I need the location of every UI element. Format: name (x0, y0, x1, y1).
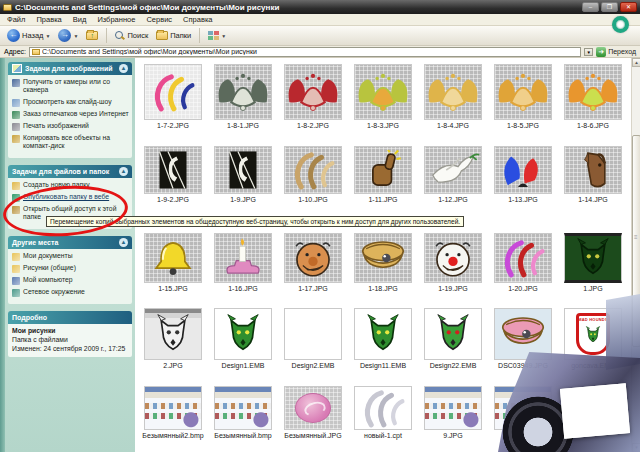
task-link[interactable]: Печать изображений (12, 122, 129, 131)
forward-dropdown-icon[interactable]: ▼ (73, 33, 78, 39)
forward-button[interactable]: → ▼ (56, 28, 80, 43)
folders-button[interactable]: Папки (154, 30, 193, 41)
file-item[interactable]: Безымянный2.bmp (138, 386, 208, 439)
shared-pictures-icon (12, 265, 20, 273)
toolbar-separator (106, 28, 107, 43)
file-item[interactable]: 10.JPG (488, 386, 558, 439)
task-link[interactable]: Копировать все объекты на компакт-диск (12, 134, 129, 151)
menu-item-3[interactable]: Избранное (97, 15, 135, 24)
file-name: 1-10.JPG (298, 196, 328, 203)
file-item[interactable]: 1-8-3.JPG (348, 64, 418, 129)
task-link[interactable]: Получить от камеры или со сканера (12, 78, 129, 95)
file-thumbnail (424, 308, 482, 360)
file-item[interactable]: 1-18.JPG (348, 233, 418, 292)
file-item[interactable]: 1-8-2.JPG (278, 64, 348, 129)
collapse-chevron-icon[interactable]: ▲ (119, 64, 128, 73)
file-item[interactable]: 1-14.JPG (558, 146, 628, 203)
file-item[interactable]: 1-10.JPG (278, 146, 348, 203)
menu-item-2[interactable]: Вид (73, 15, 87, 24)
file-thumbnail (564, 64, 622, 120)
views-button[interactable]: ▼ (206, 30, 228, 42)
file-item[interactable]: Design11.EMB (348, 308, 418, 369)
go-button[interactable]: ➜ Переход (596, 47, 636, 57)
task-link[interactable]: Опубликовать папку в вебе (12, 193, 129, 202)
file-item[interactable]: 1-17.JPG (278, 233, 348, 292)
file-name: 9.JPG (443, 432, 462, 439)
file-thumbnail (564, 146, 622, 194)
maximize-button[interactable]: ❐ (601, 2, 618, 12)
file-thumbnail (144, 64, 202, 120)
task-link[interactable]: Сетевое окружение (12, 288, 129, 297)
views-dropdown-icon[interactable]: ▼ (221, 33, 226, 39)
collapse-chevron-icon[interactable]: ▲ (119, 238, 128, 247)
address-input[interactable]: C:\Documents and Settings\мой офис\Мои д… (29, 47, 581, 57)
scroll-up-button[interactable]: ▲ (632, 58, 640, 67)
minimize-button[interactable]: – (582, 2, 599, 12)
file-item[interactable]: 1-9.JPG (208, 146, 278, 203)
file-item[interactable]: 1-8-1.JPG (208, 64, 278, 129)
details-modified: Изменен: 24 сентября 2009 г., 17:25 (12, 345, 128, 352)
file-item[interactable]: 1-20.JPG (488, 233, 558, 292)
task-link[interactable]: Рисунки (общие) (12, 264, 129, 273)
file-item[interactable]: 1-8-4.JPG (418, 64, 488, 129)
other-places-header[interactable]: Другие места ▲ (8, 236, 132, 249)
file-item[interactable]: Design2.EMB (278, 308, 348, 369)
task-link[interactable]: Создать новую папку (12, 181, 129, 190)
vertical-scrollbar[interactable]: ▲ ▼ (631, 58, 640, 452)
task-sidebar: Задачи для изображений ▲ Получить от кам… (5, 58, 135, 452)
tooltip: Перемещение копий выбранных элементов на… (46, 216, 464, 227)
file-item[interactable]: 1-7-2.JPG (138, 64, 208, 129)
dove-design (426, 148, 480, 192)
file-item[interactable]: 1-13.JPG (488, 146, 558, 203)
profile-design (216, 148, 270, 192)
folders-icon (156, 31, 168, 40)
file-item[interactable]: 1-8-5.JPG (488, 64, 558, 129)
file-item[interactable]: 1-8-6.JPG (558, 64, 628, 129)
address-dropdown-button[interactable]: ▼ (584, 48, 593, 56)
collapse-chevron-icon[interactable]: ▲ (119, 167, 128, 176)
file-tasks-header[interactable]: Задачи для файлов и папок ▲ (8, 165, 132, 178)
task-link[interactable]: Мои документы (12, 252, 129, 261)
file-name: 1-8-1.JPG (227, 122, 259, 129)
file-item[interactable]: 2.JPG (138, 308, 208, 369)
file-item[interactable]: Безымянный.bmp (208, 386, 278, 439)
details-folder-type: Папка с файлами (12, 336, 128, 343)
up-button[interactable]: ↑ (84, 30, 100, 41)
task-link[interactable]: Заказ отпечатков через Интернет (12, 110, 129, 119)
file-item[interactable]: 1-19.JPG (418, 233, 488, 292)
task-link[interactable]: Мой компьютер (12, 276, 129, 285)
menu-item-0[interactable]: Файл (7, 15, 25, 24)
file-item[interactable]: 1-11.JPG (348, 146, 418, 203)
menu-item-4[interactable]: Сервис (146, 15, 172, 24)
share-folder-icon (12, 206, 20, 214)
lotus-design (356, 70, 410, 114)
file-item[interactable]: Design1.EMB (208, 308, 278, 369)
file-item[interactable]: 1-15.JPG (138, 233, 208, 292)
menu-item-1[interactable]: Правка (36, 15, 61, 24)
scroll-down-button[interactable]: ▼ (632, 443, 640, 452)
file-item[interactable]: DSC03949.JPG (488, 308, 558, 369)
back-dropdown-icon[interactable]: ▼ (46, 33, 51, 39)
file-thumbnail (214, 386, 272, 430)
file-item[interactable]: 1-16.JPG (208, 233, 278, 292)
file-item[interactable]: MAD HOUNDSgoncava.EMB (558, 308, 628, 369)
close-button[interactable]: ✕ (620, 2, 637, 12)
file-item[interactable]: 9.JPG (418, 386, 488, 439)
menu-item-5[interactable]: Справка (183, 15, 212, 24)
search-button[interactable]: Поиск (113, 30, 150, 42)
file-name: 1-19.JPG (438, 285, 468, 292)
file-name: 1-8-6.JPG (577, 122, 609, 129)
details-header[interactable]: Подробно (8, 311, 132, 324)
task-link[interactable]: Просмотреть как слайд-шоу (12, 98, 129, 107)
file-thumbnail (284, 64, 342, 120)
file-thumbnail (354, 386, 412, 430)
file-item[interactable]: 1-12.JPG (418, 146, 488, 203)
file-item[interactable]: 1.JPG (558, 233, 628, 292)
picture-tasks-header[interactable]: Задачи для изображений ▲ (8, 62, 132, 75)
back-button[interactable]: ← Назад ▼ (5, 28, 52, 43)
scrollbar-thumb[interactable] (632, 135, 640, 347)
file-item[interactable]: Design22.EMB (418, 308, 488, 369)
file-item[interactable]: новый-1.cpt (348, 386, 418, 439)
file-item[interactable]: Безымянный.JPG (278, 386, 348, 439)
file-item[interactable]: 1-9-2.JPG (138, 146, 208, 203)
